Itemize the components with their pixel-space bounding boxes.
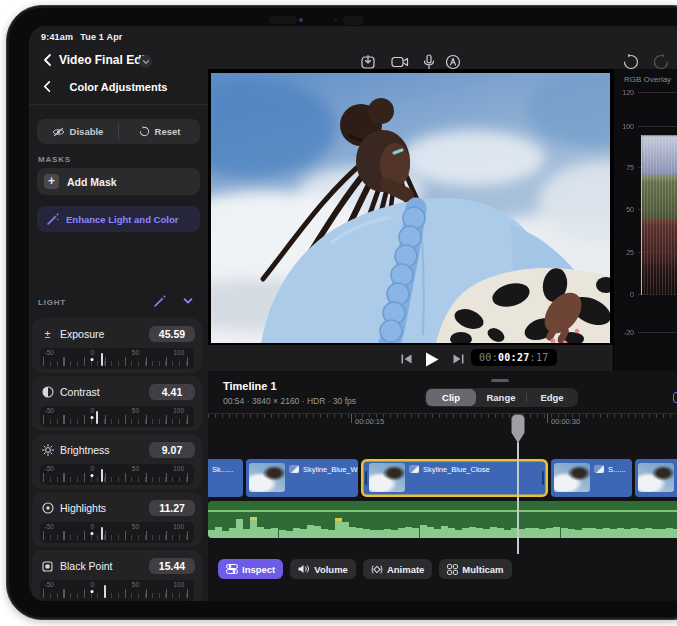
volume-button[interactable]: Volume bbox=[290, 559, 356, 579]
inspect-button[interactable]: Inspect bbox=[218, 559, 283, 579]
multicam-button[interactable]: Multicam bbox=[439, 559, 511, 579]
slider-label: Exposure bbox=[60, 328, 149, 340]
highlights-slider[interactable]: -50050100 bbox=[40, 522, 194, 543]
waveform-bar bbox=[321, 529, 328, 538]
scope-edge-line bbox=[641, 135, 642, 295]
waveform-bar bbox=[561, 528, 568, 538]
waveform-bar bbox=[328, 530, 335, 538]
skip-back-button[interactable] bbox=[398, 351, 414, 367]
slider-tick-label: -50 bbox=[45, 407, 54, 414]
camera-notch bbox=[7, 12, 677, 26]
magic-wand-icon bbox=[46, 213, 59, 226]
scope-title: RGB Overlay bbox=[624, 75, 671, 84]
waveform-bar bbox=[462, 528, 469, 538]
waveform-bar bbox=[553, 527, 560, 538]
scope-axis-label: 75 bbox=[616, 164, 634, 171]
waveform-bar bbox=[349, 527, 356, 538]
waveform-bar bbox=[610, 529, 617, 538]
page: 9:41amTue 1 Apr Video Final Edit bbox=[0, 0, 677, 626]
square-in-square-icon bbox=[41, 560, 54, 573]
waveform-bar bbox=[624, 529, 631, 538]
video-camera-icon bbox=[391, 55, 409, 69]
disable-label: Disable bbox=[70, 126, 104, 137]
clip-label: Skyline_Blue_Close bbox=[423, 465, 490, 474]
volume-line[interactable] bbox=[208, 510, 677, 512]
clip-cut-off[interactable] bbox=[635, 459, 677, 497]
highlights-slider-group: Highlights11.27 -50050100 bbox=[32, 492, 202, 547]
slider-tick-label: -50 bbox=[45, 581, 54, 588]
waveform-bar bbox=[356, 528, 363, 538]
clip-s-partial[interactable]: S...... bbox=[551, 459, 632, 497]
audio-track[interactable] bbox=[208, 501, 677, 538]
brightness-slider[interactable]: -50050100 bbox=[40, 464, 194, 485]
waveform-bar bbox=[483, 529, 490, 538]
disable-button[interactable]: Disable bbox=[37, 119, 118, 144]
slider-value[interactable]: 4.41 bbox=[149, 384, 195, 400]
add-mask-button[interactable]: + Add Mask bbox=[37, 168, 200, 195]
waveform-bar bbox=[539, 529, 546, 538]
timecode-display[interactable]: 00:00:27:17 bbox=[471, 349, 557, 366]
markup-a-icon bbox=[445, 54, 461, 70]
waveform-bar bbox=[398, 528, 405, 538]
panel-header: Color Adjustments bbox=[29, 71, 208, 105]
waveform-bar bbox=[575, 530, 582, 538]
mode-range[interactable]: Range bbox=[476, 389, 526, 406]
skip-back-icon bbox=[401, 354, 412, 364]
slider-value[interactable]: 45.59 bbox=[149, 326, 195, 342]
scope-axis-label: 25 bbox=[616, 249, 634, 256]
slider-value[interactable]: 9.07 bbox=[149, 442, 195, 458]
slider-tick-label: 100 bbox=[173, 407, 184, 414]
light-collapse-button[interactable] bbox=[182, 295, 194, 308]
play-button[interactable] bbox=[424, 351, 440, 367]
back-button[interactable] bbox=[41, 53, 55, 67]
enhance-light-color-button[interactable]: Enhance Light and Color bbox=[37, 206, 200, 232]
clip-skyline-partial[interactable]: Sk...... bbox=[208, 459, 243, 497]
clip-skyline-blue-close[interactable]: Skyline_Blue_Close bbox=[361, 459, 548, 497]
timecode-main: 00:27 bbox=[498, 352, 530, 363]
cut-off-tool-icon[interactable] bbox=[673, 392, 677, 403]
light-auto-enhance-button[interactable] bbox=[153, 295, 166, 308]
video-track: Sk...... Skyline_Blue_Wide Skyline_Blue_… bbox=[208, 459, 677, 497]
mode-clip[interactable]: Clip bbox=[426, 389, 476, 406]
plus-icon: + bbox=[44, 174, 59, 189]
waveform-bar bbox=[427, 527, 434, 538]
enhance-label: Enhance Light and Color bbox=[66, 214, 178, 225]
slider-label: Contrast bbox=[60, 386, 149, 398]
playhead-handle[interactable] bbox=[511, 414, 525, 443]
contrast-slider[interactable]: -50050100 bbox=[40, 406, 194, 427]
project-title-dropdown[interactable] bbox=[139, 55, 152, 68]
waveform-bar bbox=[652, 529, 659, 538]
animate-diamond-icon bbox=[371, 564, 383, 575]
slider-tick-label: 50 bbox=[132, 523, 139, 530]
slider-tick-label: 0 bbox=[91, 581, 95, 588]
slider-tick-label: 50 bbox=[132, 581, 139, 588]
trim-handle-right[interactable] bbox=[542, 471, 544, 485]
light-section-label: LIGHT bbox=[38, 298, 66, 307]
magic-wand-icon bbox=[153, 295, 166, 308]
timeline-toolbar: Inspect Volume Animate Multicam bbox=[208, 559, 512, 579]
waveform-bar bbox=[222, 531, 229, 538]
black-point-slider[interactable]: -50050100 bbox=[40, 580, 194, 601]
exposure-slider[interactable]: -50050100 bbox=[40, 348, 194, 369]
slider-value[interactable]: 15.44 bbox=[149, 558, 195, 574]
ipad-device-frame: 9:41amTue 1 Apr Video Final Edit bbox=[6, 5, 677, 620]
clip-skyline-blue-wide[interactable]: Skyline_Blue_Wide bbox=[246, 459, 358, 497]
video-preview[interactable] bbox=[208, 69, 613, 344]
waveform-bar bbox=[208, 530, 215, 538]
waveform-bar bbox=[342, 522, 349, 538]
reset-button[interactable]: Reset bbox=[119, 119, 200, 144]
slider-value[interactable]: 11.27 bbox=[149, 500, 195, 516]
waveform-bar bbox=[314, 526, 321, 538]
waveform-bar bbox=[518, 529, 525, 538]
timeline-drag-handle[interactable] bbox=[491, 379, 509, 382]
timeline-ruler[interactable]: 00:00:15 00:00:30 bbox=[208, 413, 677, 430]
waveform-bar bbox=[469, 527, 476, 538]
animate-button[interactable]: Animate bbox=[363, 559, 432, 579]
timecode-hours: 00: bbox=[479, 352, 498, 363]
clip-thumbnail bbox=[369, 463, 405, 492]
scope-axis-label: 120 bbox=[616, 89, 634, 96]
contrast-slider-group: Contrast4.41 -50050100 bbox=[32, 376, 202, 431]
mode-edge[interactable]: Edge bbox=[527, 389, 577, 406]
trim-handle-left[interactable] bbox=[365, 471, 367, 485]
skip-forward-button[interactable] bbox=[450, 351, 466, 367]
